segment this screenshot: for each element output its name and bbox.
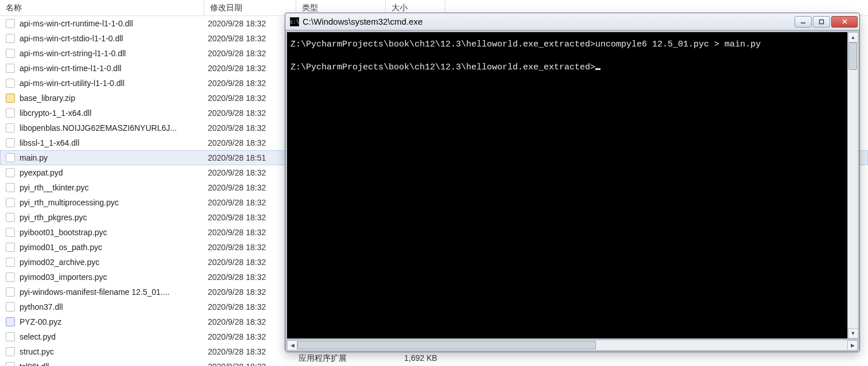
txt-file-icon [6, 287, 15, 297]
dll-file-icon [6, 108, 15, 118]
minimize-button[interactable] [795, 16, 812, 28]
pyc-file-icon [6, 183, 15, 192]
file-type-peek: 应用程序扩展 [299, 353, 347, 364]
file-name: pyi_rth__tkinter.pyc [20, 183, 208, 192]
dll-file-icon [6, 64, 15, 73]
file-name: PYZ-00.pyz [20, 317, 208, 326]
cmd-window: c:\ C:\Windows\system32\cmd.exe Z:\Pycha… [285, 13, 860, 352]
file-name: api-ms-win-crt-runtime-l1-1-0.dll [20, 19, 208, 28]
pyc-file-icon [6, 228, 15, 237]
pyd-file-icon [6, 332, 15, 341]
cmd-body: Z:\PycharmProjects\book\ch12\12.3\hellow… [287, 32, 858, 338]
pyc-file-icon [6, 243, 15, 252]
file-name: pyi-windows-manifest-filename 12.5_01...… [20, 287, 208, 297]
file-name: python37.dll [20, 302, 208, 312]
file-name: main.py [20, 153, 208, 162]
scroll-up-button[interactable]: ▲ [848, 32, 858, 42]
dll-file-icon [6, 79, 15, 88]
file-name: libssl-1_1-x64.dll [20, 138, 208, 147]
scroll-thumb-horizontal[interactable] [297, 341, 596, 349]
cmd-titlebar[interactable]: c:\ C:\Windows\system32\cmd.exe [285, 13, 859, 30]
cmd-horizontal-scrollbar[interactable]: ◀ ▶ [287, 340, 858, 350]
columnheader-date[interactable]: 修改日期 [204, 0, 296, 15]
file-name: struct.pyc [20, 347, 208, 356]
file-name: pyimod03_importers.pyc [20, 272, 208, 282]
pyc-file-icon [6, 213, 15, 222]
scroll-track-horizontal[interactable] [297, 340, 847, 350]
file-name: pyimod01_os_path.pyc [20, 243, 208, 252]
file-name: api-ms-win-crt-utility-l1-1-0.dll [20, 79, 208, 88]
close-button[interactable] [831, 16, 858, 28]
file-name: pyi_rth_pkgres.pyc [20, 213, 208, 222]
file-name: pyi_rth_multiprocessing.pyc [20, 198, 208, 207]
svg-rect-1 [820, 20, 824, 24]
maximize-icon [819, 19, 824, 25]
scroll-right-button[interactable]: ▶ [847, 340, 858, 351]
cmd-console[interactable]: Z:\PycharmProjects\book\ch12\12.3\hellow… [287, 32, 847, 338]
file-name: pyimod02_archive.pyc [20, 258, 208, 267]
file-name: api-ms-win-crt-string-l1-1-0.dll [20, 49, 208, 58]
maximize-button[interactable] [813, 16, 830, 28]
dll-file-icon [6, 34, 15, 43]
dll-file-icon [6, 362, 15, 366]
file-name: select.pyd [20, 332, 208, 341]
scroll-track-vertical[interactable] [848, 42, 858, 328]
window-controls [795, 16, 858, 28]
dll-file-icon [6, 123, 15, 133]
scroll-left-button[interactable]: ◀ [287, 340, 297, 351]
cmd-title: C:\Windows\system32\cmd.exe [303, 17, 795, 26]
file-name: tcl86t.dll [20, 362, 208, 366]
columnheader-name[interactable]: 名称 [0, 0, 204, 15]
dll-file-icon [6, 19, 15, 28]
cmd-cursor [595, 68, 600, 70]
close-icon [842, 18, 848, 25]
file-date: 2020/9/28 18:32 [208, 362, 300, 366]
pyc-file-icon [6, 272, 15, 282]
pyz-file-icon [6, 317, 15, 326]
file-name: libcrypto-1_1-x64.dll [20, 108, 208, 118]
cmd-icon: c:\ [290, 17, 299, 26]
file-name: base_library.zip [20, 94, 208, 103]
py-file-icon [6, 153, 15, 162]
pyc-file-icon [6, 347, 15, 356]
scroll-thumb-vertical[interactable] [848, 42, 857, 70]
pyd-file-icon [6, 168, 15, 177]
file-name: pyexpat.pyd [20, 168, 208, 177]
scroll-down-button[interactable]: ▼ [848, 328, 858, 338]
file-name: api-ms-win-crt-time-l1-1-0.dll [20, 64, 208, 73]
pyc-file-icon [6, 258, 15, 267]
file-name: pyiboot01_bootstrap.pyc [20, 228, 208, 237]
file-name: api-ms-win-crt-stdio-l1-1-0.dll [20, 34, 208, 43]
minimize-icon [800, 19, 806, 25]
cmd-vertical-scrollbar[interactable]: ▲ ▼ [847, 32, 858, 338]
zip-file-icon [6, 94, 15, 103]
dll-file-icon [6, 138, 15, 147]
pyc-file-icon [6, 198, 15, 207]
file-name: libopenblas.NOIJJG62EMASZI6NYURL6J... [20, 123, 208, 133]
cmd-client: Z:\PycharmProjects\book\ch12\12.3\hellow… [285, 30, 859, 352]
dll-file-icon [6, 302, 15, 312]
file-size-peek: 1,692 KB [404, 353, 437, 363]
dll-file-icon [6, 49, 15, 58]
